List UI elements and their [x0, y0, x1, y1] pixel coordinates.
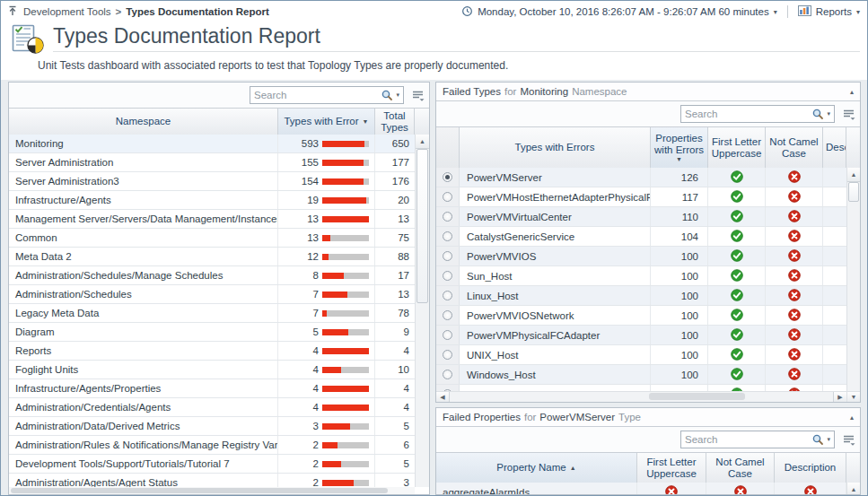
collapse-panel-icon[interactable]: ▴ — [850, 413, 854, 422]
search-input[interactable] — [681, 109, 811, 119]
table-row[interactable]: Infrastructure/Agents/Properties44 — [9, 379, 415, 398]
customize-columns-icon[interactable] — [842, 434, 855, 446]
column-header-description[interactable]: Description — [823, 127, 846, 168]
column-header-property-name[interactable]: Property Name▲ — [436, 453, 637, 483]
table-row[interactable]: Linux_Host100 — [436, 286, 846, 306]
vertical-scrollbar[interactable]: ▲ — [415, 135, 429, 487]
table-row[interactable]: PowerVMVIOSNetwork100 — [436, 306, 846, 326]
search-options-caret-icon[interactable]: ▾ — [824, 436, 834, 443]
column-header-types-with-error[interactable]: Types with Error▼ — [278, 109, 375, 135]
table-row[interactable]: PowerVMVirtualCenter110 — [436, 207, 846, 227]
table-row[interactable]: Meta Data 21288 — [9, 248, 415, 266]
table-row[interactable]: Legacy Meta Data778 — [9, 304, 415, 323]
table-row[interactable]: Common1375 — [9, 229, 415, 248]
table-row[interactable]: Administration/Schedules/Manage Schedule… — [9, 266, 415, 285]
search-icon[interactable] — [811, 433, 824, 446]
scroll-left-icon[interactable]: ◀ — [436, 392, 450, 402]
row-radio[interactable] — [443, 231, 452, 241]
row-radio[interactable] — [443, 330, 452, 340]
table-row[interactable]: Development Tools/Support/Tutorials/Tuto… — [9, 455, 415, 474]
table-row[interactable]: Monitoring593650 — [9, 135, 415, 153]
search-input[interactable] — [250, 90, 381, 100]
namespace-cell: Diagram — [9, 323, 278, 341]
scrollbar-thumb[interactable] — [11, 488, 388, 493]
table-row[interactable]: Reports44 — [9, 342, 415, 361]
customize-columns-icon[interactable] — [842, 109, 855, 120]
reports-caret-icon[interactable]: ▾ — [856, 8, 860, 16]
table-row[interactable]: Infrastructure/Agents1920 — [9, 191, 415, 210]
column-header-types-with-errors[interactable]: Types with Errors — [460, 127, 651, 168]
row-radio[interactable] — [443, 172, 452, 182]
table-row[interactable]: UNIX_Host100 — [436, 345, 846, 365]
scrollbar-thumb[interactable] — [848, 182, 859, 202]
table-row[interactable]: Foglight Units410 — [9, 361, 415, 379]
search-options-caret-icon[interactable]: ▾ — [824, 110, 834, 117]
vertical-scrollbar[interactable]: ▲ — [846, 483, 860, 494]
vertical-scrollbar[interactable]: ▲ — [846, 168, 860, 391]
search-input[interactable] — [681, 434, 811, 445]
table-row[interactable]: CatalystGenericService104 — [436, 227, 846, 247]
scroll-down-icon[interactable]: ▼ — [846, 391, 860, 402]
table-row[interactable]: Sun_Host100 — [436, 266, 846, 286]
table-row[interactable]: Administration/Agents/Agent Status23 — [9, 474, 415, 487]
time-range-caret-icon[interactable]: ▾ — [774, 8, 777, 16]
column-header-first-letter-uppercase[interactable]: First Letter Uppercase — [637, 453, 706, 483]
scrollbar-thumb[interactable] — [416, 149, 428, 303]
row-radio[interactable] — [443, 271, 452, 281]
not-camel-case-cell — [766, 187, 823, 206]
row-radio[interactable] — [443, 251, 452, 261]
first-letter-uppercase-cell — [708, 207, 766, 226]
scroll-up-icon[interactable]: ▲ — [847, 168, 860, 182]
search-icon[interactable] — [381, 89, 393, 101]
row-radio[interactable] — [443, 212, 452, 222]
table-row-partial[interactable] — [436, 385, 846, 391]
column-header-properties-with-errors[interactable]: Properties with Errors▼ — [651, 127, 708, 168]
collapse-panel-icon[interactable]: ▴ — [850, 88, 854, 96]
table-row[interactable]: Diagram59 — [9, 323, 415, 342]
column-header-description[interactable]: Description — [775, 453, 846, 483]
horizontal-scrollbar[interactable] — [9, 487, 415, 494]
table-row[interactable]: Administration/Schedules713 — [9, 285, 415, 304]
error-count: 13 — [307, 213, 319, 224]
scroll-up-icon[interactable]: ▲ — [847, 483, 860, 495]
fail-icon — [788, 309, 801, 323]
table-row[interactable]: Windows_Host100 — [436, 365, 846, 385]
row-radio[interactable] — [443, 192, 452, 202]
scroll-up-icon[interactable]: ▲ — [416, 135, 429, 149]
search-icon[interactable] — [811, 108, 824, 120]
table-row[interactable]: Administration/Rules & Notifications/Man… — [9, 436, 415, 455]
row-radio[interactable] — [443, 310, 452, 320]
scrollbar-thumb[interactable] — [649, 393, 745, 400]
failed-types-table-header: Types with Errors Properties with Errors… — [436, 126, 860, 169]
table-row[interactable]: Administration/Data/Derived Metrics35 — [9, 417, 415, 436]
radio-cell — [436, 266, 460, 285]
error-ratio-fill — [322, 405, 369, 411]
column-header-first-letter-uppercase[interactable]: First Letter Uppercase — [708, 127, 766, 168]
customize-columns-icon[interactable] — [411, 90, 425, 101]
table-row[interactable]: PowerVMPhysicalFCAdapter100 — [436, 326, 846, 345]
table-row[interactable]: Administration/Credentials/Agents44 — [9, 398, 415, 417]
row-radio[interactable] — [443, 291, 452, 300]
reports-menu[interactable]: Reports — [816, 6, 852, 17]
row-radio[interactable] — [443, 370, 452, 379]
breadcrumb-link-development-tools[interactable]: Development Tools — [23, 6, 111, 17]
time-range-label[interactable]: Monday, October 10, 2016 8:26:07 AM - 9:… — [478, 6, 769, 17]
column-header-not-camel-case[interactable]: Not Camel Case — [706, 453, 775, 483]
table-row[interactable]: Server Administration155177 — [9, 153, 415, 172]
search-options-caret-icon[interactable]: ▾ — [393, 91, 403, 99]
column-header-total-types[interactable]: Total Types — [375, 109, 415, 135]
horizontal-scrollbar[interactable]: ◀ ▶ — [436, 391, 846, 402]
column-header-namespace[interactable]: Namespace — [9, 109, 278, 135]
scroll-right-icon[interactable]: ▶ — [833, 392, 846, 402]
table-row[interactable]: Management Server/Servers/Data Managemen… — [9, 210, 415, 229]
row-radio[interactable] — [443, 350, 452, 360]
column-header-not-camel-case[interactable]: Not Camel Case — [766, 127, 823, 168]
properties-with-errors-cell: 100 — [651, 365, 708, 384]
table-row[interactable]: PowerVMHostEthernetAdapterPhysicalPort11… — [436, 187, 846, 207]
table-row[interactable]: Server Administration3154176 — [9, 172, 415, 191]
table-row[interactable]: aggregateAlarmIds — [436, 483, 846, 494]
sort-desc-icon: ▼ — [676, 156, 682, 162]
table-row[interactable]: PowerVMVIOS100 — [436, 247, 846, 266]
table-row[interactable]: PowerVMServer126 — [436, 168, 846, 187]
breadcrumb-history-icon[interactable] — [8, 5, 19, 18]
